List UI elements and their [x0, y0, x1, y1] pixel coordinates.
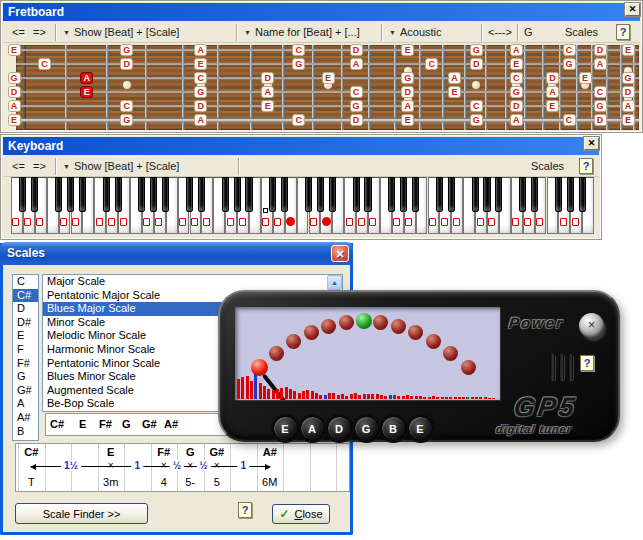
- piano-black-key[interactable]: [281, 177, 288, 212]
- fretboard-back-button[interactable]: <=: [12, 25, 25, 41]
- fretboard-forward-button[interactable]: =>: [33, 25, 46, 41]
- fret-note[interactable]: C: [38, 58, 51, 70]
- fret-note[interactable]: D: [194, 100, 207, 112]
- root-item[interactable]: E: [13, 329, 38, 343]
- fret-note[interactable]: G: [120, 114, 133, 126]
- fret-note[interactable]: D: [350, 114, 363, 126]
- help-icon[interactable]: ?: [238, 502, 252, 518]
- piano-black-key[interactable]: [436, 177, 443, 212]
- fret-note[interactable]: A: [194, 114, 207, 126]
- piano-black-key[interactable]: [19, 177, 26, 212]
- piano-black-key[interactable]: [555, 177, 562, 212]
- fretboard-instrument-dropdown[interactable]: ▼Acoustic: [389, 25, 442, 41]
- piano-black-key[interactable]: [305, 177, 312, 212]
- root-item[interactable]: A: [13, 397, 38, 411]
- fret-note[interactable]: E: [194, 58, 207, 70]
- fret-note[interactable]: E: [546, 100, 559, 112]
- root-item[interactable]: C#: [13, 289, 38, 303]
- fret-note[interactable]: C: [194, 72, 207, 84]
- fret-note[interactable]: E: [401, 44, 414, 56]
- root-item[interactable]: F: [13, 343, 38, 357]
- fret-note[interactable]: A: [546, 86, 559, 98]
- fret-note[interactable]: D: [8, 86, 21, 98]
- fret-note[interactable]: D: [350, 44, 363, 56]
- fret-note[interactable]: C: [510, 72, 523, 84]
- fret-note[interactable]: G: [350, 100, 363, 112]
- tuner-string-button-a1[interactable]: A: [300, 416, 325, 441]
- piano-black-key[interactable]: [519, 177, 526, 212]
- tuner-string-button-d2[interactable]: D: [327, 416, 352, 441]
- fret-note-played[interactable]: E: [80, 86, 93, 98]
- help-icon[interactable]: ?: [580, 355, 594, 371]
- piano-black-key[interactable]: [55, 177, 62, 212]
- help-icon[interactable]: ?: [579, 158, 593, 174]
- help-icon[interactable]: ?: [616, 24, 630, 40]
- piano-black-key[interactable]: [31, 177, 38, 212]
- fret-note[interactable]: D: [594, 44, 607, 56]
- scales-close-button[interactable]: ✕: [331, 245, 349, 262]
- fret-note[interactable]: C: [292, 114, 305, 126]
- piano-black-key[interactable]: [531, 177, 538, 212]
- fret-note[interactable]: E: [448, 86, 461, 98]
- fret-note[interactable]: G: [510, 86, 523, 98]
- root-item[interactable]: F#: [13, 357, 38, 371]
- piano-black-key[interactable]: [353, 177, 360, 212]
- piano-black-key[interactable]: [388, 177, 395, 212]
- keyboard-scales-button[interactable]: Scales: [531, 159, 564, 175]
- fret-note[interactable]: A: [8, 100, 21, 112]
- fret-note[interactable]: G: [470, 44, 483, 56]
- piano-black-key[interactable]: [186, 177, 193, 212]
- piano-black-key[interactable]: [115, 177, 122, 212]
- root-item[interactable]: D#: [13, 316, 38, 330]
- tuner-string-button-g3[interactable]: G: [354, 416, 379, 441]
- fret-note[interactable]: A: [401, 100, 414, 112]
- fret-note[interactable]: E: [622, 114, 635, 126]
- fret-note[interactable]: D: [510, 100, 523, 112]
- root-item[interactable]: B: [13, 425, 38, 439]
- fret-note[interactable]: G: [622, 72, 635, 84]
- tuner-string-button-e0[interactable]: E: [273, 416, 298, 441]
- piano-black-key[interactable]: [317, 177, 324, 212]
- close-button[interactable]: ✓Close: [272, 504, 330, 524]
- piano-black-key[interactable]: [412, 177, 419, 212]
- keyboard-close-button[interactable]: ✕: [584, 137, 599, 150]
- fret-note[interactable]: E: [510, 58, 523, 70]
- piano-black-key[interactable]: [483, 177, 490, 212]
- fret-note[interactable]: D: [470, 58, 483, 70]
- fret-note[interactable]: E: [401, 114, 414, 126]
- fret-note[interactable]: A: [194, 44, 207, 56]
- keyboard-forward-button[interactable]: =>: [33, 159, 46, 175]
- fret-note[interactable]: C: [563, 44, 576, 56]
- fret-note[interactable]: C: [120, 100, 133, 112]
- fretboard-namefor-dropdown[interactable]: ▼Name for [Beat] + [...]: [244, 25, 360, 41]
- fret-note[interactable]: D: [546, 72, 559, 84]
- fret-note[interactable]: C: [292, 44, 305, 56]
- tuner-string-button-b4[interactable]: B: [381, 416, 406, 441]
- fret-note[interactable]: D: [594, 114, 607, 126]
- fret-note[interactable]: C: [563, 114, 576, 126]
- piano-black-key[interactable]: [495, 177, 502, 212]
- tuner-string-button-e5[interactable]: E: [408, 416, 433, 441]
- piano-black-key[interactable]: [67, 177, 74, 212]
- piano-black-key[interactable]: [79, 177, 86, 212]
- piano-black-key[interactable]: [364, 177, 371, 212]
- scroll-up-arrow[interactable]: ▲: [327, 275, 342, 290]
- piano-black-key[interactable]: [222, 177, 229, 212]
- piano-black-key[interactable]: [138, 177, 145, 212]
- root-item[interactable]: A#: [13, 411, 38, 425]
- piano-black-key[interactable]: [198, 177, 205, 212]
- fret-note[interactable]: G: [563, 58, 576, 70]
- root-item[interactable]: G: [13, 370, 38, 384]
- piano-black-key[interactable]: [245, 177, 252, 212]
- root-item[interactable]: D: [13, 302, 38, 316]
- fret-note[interactable]: E: [8, 114, 21, 126]
- fret-note[interactable]: G: [120, 44, 133, 56]
- fret-note[interactable]: A: [448, 72, 461, 84]
- keyboard-back-button[interactable]: <=: [12, 159, 25, 175]
- fret-note[interactable]: C: [470, 100, 483, 112]
- keyboard-show-dropdown[interactable]: ▼Show [Beat] + [Scale]: [63, 159, 179, 175]
- piano-black-key[interactable]: [400, 177, 407, 212]
- fret-note[interactable]: A: [622, 100, 635, 112]
- fret-note-played[interactable]: A: [80, 72, 93, 84]
- fret-note[interactable]: A: [261, 86, 274, 98]
